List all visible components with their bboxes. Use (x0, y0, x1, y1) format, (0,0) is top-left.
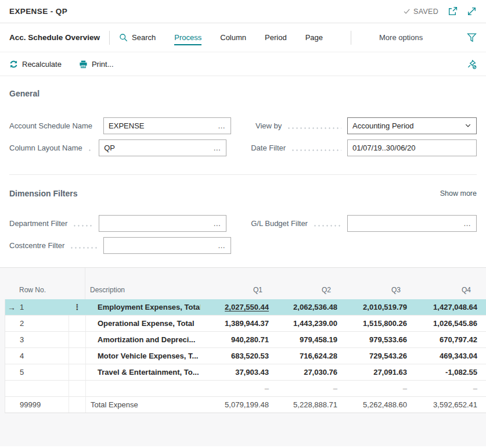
table-row[interactable]: 2Operational Expense, Total1,389,944.371… (5, 316, 486, 332)
selected-row-arrow-icon[interactable]: → (5, 299, 18, 315)
q1-cell[interactable]: 2,027,550.44 (200, 299, 269, 315)
costcentre-filter-value[interactable] (109, 241, 214, 250)
column-layout-name-input[interactable]: … (99, 139, 226, 156)
q4-cell[interactable]: 670,797.42 (407, 332, 477, 347)
filter-icon[interactable] (467, 33, 477, 42)
row-menu-cell[interactable] (69, 381, 86, 396)
q1-cell[interactable]: 683,520.53 (200, 348, 269, 364)
q1-cell[interactable]: 5,079,199.48 (200, 397, 269, 413)
row-menu-cell[interactable] (69, 316, 86, 331)
column-header-q2[interactable]: Q2 (268, 286, 337, 299)
q1-cell[interactable]: 1,389,944.37 (200, 316, 269, 331)
expand-icon[interactable] (467, 6, 477, 16)
ellipsis-button[interactable]: … (210, 144, 221, 152)
q4-cell[interactable]: 469,343.04 (407, 348, 477, 364)
description-cell[interactable]: Motor Vehicle Expenses, T... (86, 348, 200, 364)
menu-item-period[interactable]: Period (265, 30, 287, 45)
unpin-icon[interactable] (467, 59, 477, 69)
row-menu-cell[interactable] (69, 348, 86, 364)
row-menu-icon[interactable]: ⋮ (69, 299, 86, 315)
row-no-cell[interactable]: 2 (18, 316, 69, 331)
q2-cell[interactable]: 2,062,536.48 (269, 299, 337, 315)
view-by-select[interactable]: Accounting Period (347, 117, 477, 134)
table-row[interactable]: 4Motor Vehicle Expenses, T...683,520.537… (5, 348, 486, 364)
q3-cell[interactable]: 27,091.63 (337, 364, 407, 380)
row-no-cell[interactable]: 1 (18, 299, 69, 315)
menu-item-search[interactable]: Search (119, 30, 156, 45)
row-menu-cell[interactable] (69, 364, 86, 380)
ellipsis-button[interactable]: … (214, 121, 226, 130)
column-layout-name-value[interactable] (104, 144, 210, 152)
costcentre-filter-input[interactable]: … (103, 237, 231, 254)
row-selector-cell[interactable] (5, 332, 18, 347)
gl-budget-filter-value[interactable] (352, 219, 460, 228)
table-row[interactable]: 5Travel & Entertainment, To...37,903.432… (5, 364, 486, 381)
q1-cell[interactable]: 37,903.43 (200, 364, 269, 380)
q4-cell[interactable]: -1,082.55 (407, 364, 477, 380)
q3-cell[interactable]: 2,010,519.79 (337, 299, 407, 315)
q2-cell[interactable]: 5,228,888.71 (269, 397, 337, 413)
q1-cell[interactable]: – (200, 381, 269, 396)
row-selector-cell[interactable] (5, 316, 18, 331)
row-selector-cell[interactable] (5, 381, 18, 396)
description-cell[interactable]: Total Expense (86, 397, 200, 413)
table-total-row[interactable]: 99999Total Expense5,079,199.485,228,888.… (5, 397, 486, 413)
q2-cell[interactable]: 1,443,239.00 (269, 316, 337, 331)
q4-cell[interactable]: – (407, 381, 477, 396)
column-header-row-no[interactable]: Row No. (17, 286, 69, 299)
department-filter-value[interactable] (104, 219, 210, 228)
account-schedule-name-value[interactable] (109, 121, 214, 130)
description-cell[interactable]: Travel & Entertainment, To... (86, 364, 200, 380)
table-row[interactable]: 3Amortization and Depreci...940,280.7197… (5, 332, 486, 348)
row-selector-cell[interactable] (5, 364, 18, 380)
description-cell[interactable]: Employment Expenses, Total (86, 299, 200, 315)
description-cell[interactable]: Amortization and Depreci... (86, 332, 200, 347)
table-row[interactable]: –––– (5, 381, 486, 397)
q4-cell[interactable]: 1,427,048.64 (407, 299, 477, 315)
column-header-q3[interactable]: Q3 (337, 286, 406, 299)
q4-cell[interactable]: 1,026,545.86 (407, 316, 477, 331)
row-no-cell[interactable]: 4 (18, 348, 69, 364)
date-filter-value[interactable] (352, 144, 471, 152)
description-cell[interactable] (86, 381, 200, 396)
description-cell[interactable]: Operational Expense, Total (86, 316, 200, 331)
q3-cell[interactable]: 1,515,800.26 (337, 316, 407, 331)
q3-cell[interactable]: 729,543.26 (337, 348, 407, 364)
recalculate-button[interactable]: Recalculate (9, 60, 62, 69)
menu-item-process[interactable]: Process (174, 30, 201, 45)
print-button[interactable]: Print... (79, 60, 114, 69)
column-header-q4[interactable]: Q4 (406, 286, 477, 299)
q2-cell[interactable]: 979,458.19 (269, 332, 337, 347)
date-filter-input[interactable] (347, 139, 477, 156)
row-menu-cell[interactable] (69, 332, 86, 347)
column-header-description[interactable]: Description (85, 286, 200, 299)
q2-cell[interactable]: 27,030.76 (269, 364, 337, 380)
row-no-cell[interactable]: 5 (18, 364, 69, 380)
column-header-q1[interactable]: Q1 (200, 286, 268, 299)
q3-cell[interactable]: 979,533.66 (337, 332, 407, 347)
row-no-cell[interactable]: 99999 (18, 397, 69, 413)
row-selector-cell[interactable] (5, 397, 18, 413)
row-menu-cell[interactable] (69, 397, 86, 413)
gl-budget-filter-input[interactable]: … (347, 215, 477, 232)
q1-cell[interactable]: 940,280.71 (200, 332, 269, 347)
more-options-button[interactable]: More options (379, 30, 423, 45)
account-schedule-name-input[interactable]: … (103, 117, 231, 134)
q3-cell[interactable]: 5,262,488.60 (337, 397, 407, 413)
ellipsis-button[interactable]: … (460, 219, 471, 228)
row-selector-cell[interactable] (5, 348, 18, 364)
ellipsis-button[interactable]: … (214, 241, 226, 250)
q2-cell[interactable]: 716,624.28 (269, 348, 337, 364)
row-no-cell[interactable]: 3 (18, 332, 69, 347)
department-filter-input[interactable]: … (99, 215, 226, 232)
q4-cell[interactable]: 3,592,652.41 (407, 397, 477, 413)
q3-cell[interactable]: – (337, 381, 407, 396)
show-more-link[interactable]: Show more (440, 189, 477, 198)
q2-cell[interactable]: – (269, 381, 337, 396)
row-no-cell[interactable] (18, 381, 69, 396)
table-row[interactable]: →1⋮Employment Expenses, Total2,027,550.4… (5, 299, 486, 316)
menu-item-column[interactable]: Column (220, 30, 246, 45)
ellipsis-button[interactable]: … (210, 219, 221, 228)
open-in-new-window-icon[interactable] (448, 6, 458, 16)
menu-item-page[interactable]: Page (305, 30, 323, 45)
